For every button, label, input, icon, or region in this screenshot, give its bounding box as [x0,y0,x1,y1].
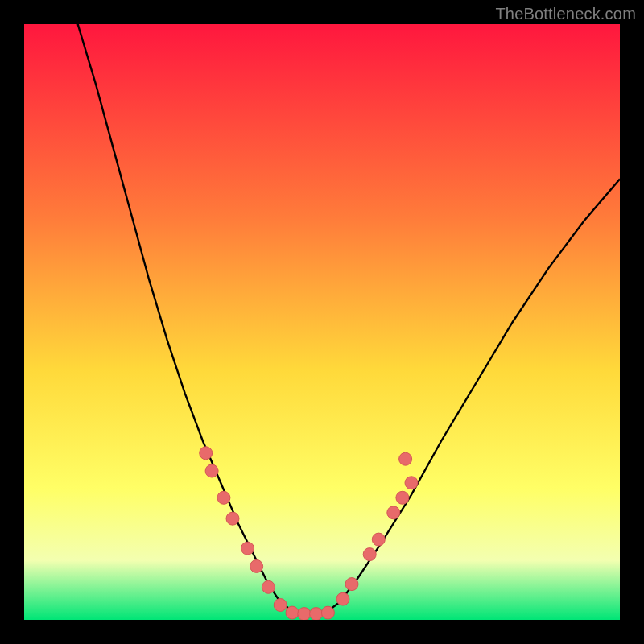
data-dot [286,606,299,619]
data-dot [396,491,409,504]
data-dot [345,578,358,591]
data-dot [200,447,213,460]
data-dot [250,559,263,572]
data-dot [310,608,323,620]
data-dot [387,506,400,519]
bottleneck-chart [24,24,620,620]
data-dot [226,512,239,525]
data-dot [399,452,412,465]
data-dot [205,464,218,477]
data-dot [336,592,349,605]
data-dot [321,606,334,619]
data-dot [242,542,254,555]
data-dot [262,580,275,593]
gradient-background [24,24,620,620]
data-dot [363,548,376,561]
data-dot [274,599,287,612]
data-dot [405,477,418,489]
data-dot [372,533,385,546]
watermark-text: TheBottleneck.com [495,5,636,23]
data-dot [217,491,230,504]
data-dot [298,608,311,620]
